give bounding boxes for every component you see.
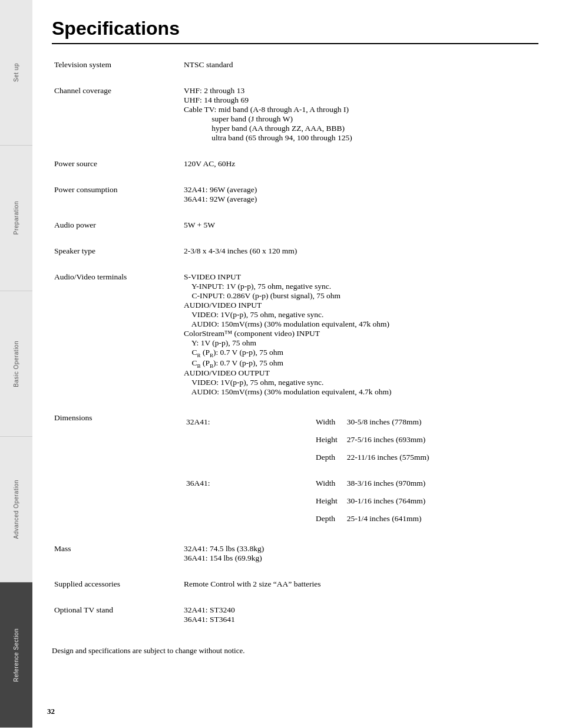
spec-value: VHF: 2 through 13 UHF: 14 through 69 Cab… bbox=[181, 82, 538, 147]
table-row: Power consumption 32A41: 96W (average) 3… bbox=[52, 181, 538, 208]
spec-table: Television system NTSC standard Channel … bbox=[52, 56, 538, 628]
spec-label: Supplied accessories bbox=[52, 575, 181, 593]
spec-label: Audio/Video terminals bbox=[52, 268, 181, 401]
spec-label: Optional TV stand bbox=[52, 601, 181, 628]
table-row: Optional TV stand 32A41: ST3240 36A41: S… bbox=[52, 601, 538, 628]
sidebar-label-advanced: Advanced Operation bbox=[13, 480, 19, 539]
sidebar-section-reference: Reference Section bbox=[0, 582, 32, 728]
sidebar-label-basic: Basic Operation bbox=[13, 341, 19, 387]
spec-value: NTSC standard bbox=[181, 56, 538, 74]
sidebar: Set up Preparation Basic Operation Advan… bbox=[0, 0, 32, 728]
footer-note: Design and specifications are subject to… bbox=[52, 646, 538, 655]
spec-label: Speaker type bbox=[52, 242, 181, 260]
main-content: Specifications Television system NTSC st… bbox=[34, 0, 562, 679]
table-row: Audio power 5W + 5W bbox=[52, 216, 538, 234]
table-row: Audio/Video terminals S-VIDEO INPUT Y-IN… bbox=[52, 268, 538, 401]
spec-label: Mass bbox=[52, 540, 181, 567]
table-row: Television system NTSC standard bbox=[52, 56, 538, 74]
spec-value: 120V AC, 60Hz bbox=[181, 155, 538, 173]
sidebar-section-advanced: Advanced Operation bbox=[0, 437, 32, 582]
sidebar-section-basic: Basic Operation bbox=[0, 291, 32, 437]
sidebar-section-setup: Set up bbox=[0, 0, 32, 146]
spec-value: S-VIDEO INPUT Y-INPUT: 1V (p-p), 75 ohm,… bbox=[181, 268, 538, 401]
page-title: Specifications bbox=[52, 18, 538, 44]
spec-label: Dimensions bbox=[52, 409, 181, 532]
sidebar-section-preparation: Preparation bbox=[0, 146, 32, 291]
table-row: Mass 32A41: 74.5 lbs (33.8kg) 36A41: 154… bbox=[52, 540, 538, 567]
spec-label: Audio power bbox=[52, 216, 181, 234]
spec-value: 32A41: 96W (average) 36A41: 92W (average… bbox=[181, 181, 538, 208]
spec-label: Power source bbox=[52, 155, 181, 173]
table-row: Dimensions 32A41: Width 30-5/8 inches (7… bbox=[52, 409, 538, 532]
sidebar-label-reference: Reference Section bbox=[13, 628, 19, 682]
sidebar-label-preparation: Preparation bbox=[13, 201, 19, 235]
spec-value: 5W + 5W bbox=[181, 216, 538, 234]
table-row: Supplied accessories Remote Control with… bbox=[52, 575, 538, 593]
spec-value: Remote Control with 2 size “AA” batterie… bbox=[181, 575, 538, 593]
spec-label: Television system bbox=[52, 56, 181, 74]
spec-label: Power consumption bbox=[52, 181, 181, 208]
sidebar-label-setup: Set up bbox=[13, 63, 19, 82]
spec-value: 32A41: Width 30-5/8 inches (778mm) Heigh… bbox=[181, 409, 538, 532]
table-row: Speaker type 2-3/8 x 4-3/4 inches (60 x … bbox=[52, 242, 538, 260]
spec-label: Channel coverage bbox=[52, 82, 181, 147]
table-row: Power source 120V AC, 60Hz bbox=[52, 155, 538, 173]
spec-value: 2-3/8 x 4-3/4 inches (60 x 120 mm) bbox=[181, 242, 538, 260]
table-row: Channel coverage VHF: 2 through 13 UHF: … bbox=[52, 82, 538, 147]
spec-value: 32A41: ST3240 36A41: ST3641 bbox=[181, 601, 538, 628]
spec-value: 32A41: 74.5 lbs (33.8kg) 36A41: 154 lbs … bbox=[181, 540, 538, 567]
page-number: 32 bbox=[47, 707, 55, 716]
